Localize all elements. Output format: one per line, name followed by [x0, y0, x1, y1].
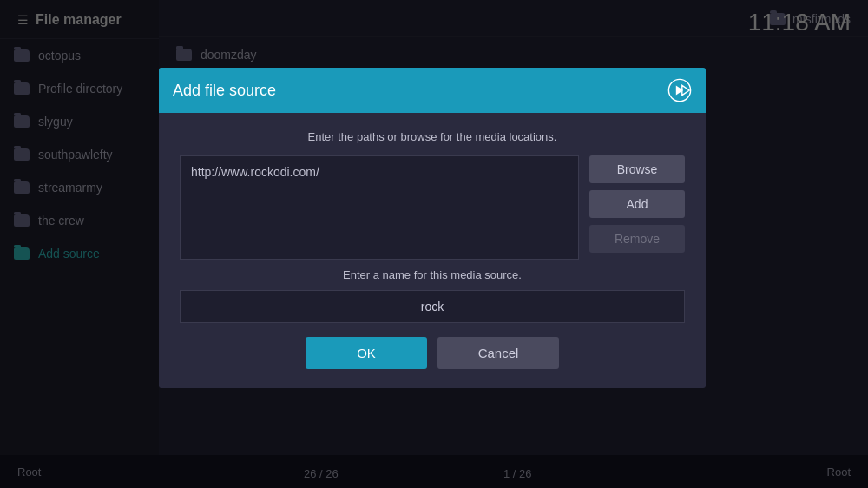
dialog-title: Add file source — [173, 82, 276, 100]
dialog-action-row: OK Cancel — [180, 337, 685, 374]
dialog-path-row: http://www.rockodi.com/ Browse Add Remov… — [180, 155, 685, 260]
dialog-instruction: Enter the paths or browse for the media … — [180, 130, 685, 143]
dialog-body: Enter the paths or browse for the media … — [159, 113, 706, 388]
kodi-logo — [667, 78, 692, 102]
dialog-header: Add file source — [159, 68, 706, 113]
add-file-source-dialog: Add file source Enter the paths or brows… — [159, 68, 706, 388]
dialog-buttons: Browse Add Remove — [589, 155, 685, 260]
dialog-name-label: Enter a name for this media source. — [180, 268, 685, 281]
ok-button[interactable]: OK — [306, 337, 427, 369]
cancel-button[interactable]: Cancel — [437, 337, 559, 369]
add-button[interactable]: Add — [589, 190, 685, 218]
browse-button[interactable]: Browse — [589, 155, 685, 183]
path-input-container[interactable]: http://www.rockodi.com/ — [180, 155, 579, 260]
remove-button[interactable]: Remove — [589, 225, 685, 253]
media-source-name-input[interactable] — [180, 290, 685, 323]
path-input-text: http://www.rockodi.com/ — [191, 165, 319, 179]
